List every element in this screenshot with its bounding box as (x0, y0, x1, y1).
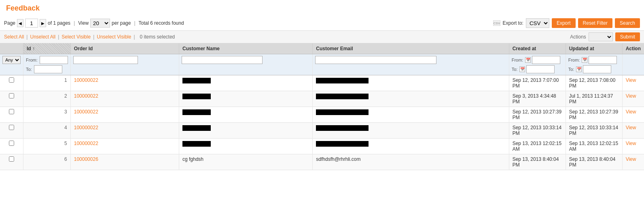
order-id-link[interactable]: 100000022 (74, 109, 98, 115)
order-id-link[interactable]: 100000022 (74, 93, 98, 99)
export-format-select[interactable]: CSV XML (526, 18, 549, 28)
view-link[interactable]: View (626, 77, 636, 83)
row-updated-at: Sep 12, 2013 10:27:39 PM (566, 107, 622, 123)
filter-customer-name[interactable] (182, 56, 263, 64)
row-created-at: Sep 13, 2013 8:40:04 PM (509, 154, 566, 170)
row-checkbox[interactable] (9, 93, 14, 98)
filter-any-cell: Any Yes No (0, 54, 23, 75)
order-id-link[interactable]: 100000022 (74, 77, 98, 83)
row-customer-name (179, 75, 313, 91)
page-label: Page (4, 20, 15, 26)
page-prev-btn[interactable]: ◀ (17, 19, 23, 27)
customer-email-column-header: Customer Email (313, 43, 509, 54)
export-icon: CSV (493, 20, 500, 26)
filter-order-id[interactable] (73, 56, 138, 64)
row-customer-email (313, 75, 509, 91)
filter-created-to[interactable] (526, 65, 555, 73)
updated-to-calendar-icon[interactable]: 📅 (576, 66, 582, 72)
filter-row: Any Yes No From: To: (0, 54, 644, 75)
filter-order-id-cell (70, 54, 179, 75)
search-button[interactable]: Search (615, 18, 640, 28)
row-customer-email (313, 123, 509, 139)
unselect-visible-link[interactable]: Unselect Visible (97, 34, 131, 40)
order-id-link[interactable]: 100000022 (74, 141, 98, 146)
view-link[interactable]: View (626, 125, 636, 130)
table-header-row: Id ↑ Order Id Customer Name Customer Ema… (0, 43, 644, 54)
row-customer-name (179, 139, 313, 154)
updated-from-calendar-icon[interactable]: 📅 (582, 57, 587, 63)
page-input[interactable] (25, 19, 38, 28)
row-id: 6 (23, 154, 71, 170)
row-order-id: 100000022 (70, 139, 179, 154)
actions-select[interactable] (589, 32, 613, 41)
selection-bar: Select All | Unselect All | Select Visib… (0, 31, 644, 43)
id-column-header[interactable]: Id ↑ (23, 43, 71, 54)
row-action: View (622, 123, 644, 139)
filter-created-from[interactable] (532, 56, 560, 64)
row-id: 5 (23, 139, 71, 154)
separator1: | (74, 20, 75, 26)
filter-id-to[interactable] (34, 65, 62, 73)
row-customer-email: sdfhdsfh@rhrhli.com (313, 154, 509, 170)
row-checkbox[interactable] (9, 77, 14, 83)
sort-icon: ↑ (32, 46, 35, 51)
filter-any-select[interactable]: Any Yes No (2, 56, 21, 64)
created-at-column-header: Created at (509, 43, 566, 54)
submit-button[interactable]: Submit (615, 32, 640, 41)
redacted-email (316, 141, 369, 147)
view-link[interactable]: View (626, 93, 636, 99)
filter-action-cell (622, 54, 644, 75)
row-checkbox[interactable] (9, 125, 14, 130)
order-id-link[interactable]: 100000022 (74, 125, 98, 130)
filter-customer-email[interactable] (315, 56, 436, 64)
created-to-calendar-icon[interactable]: 📅 (519, 66, 525, 72)
action-column-header: Action (622, 43, 644, 54)
select-all-link[interactable]: Select All (4, 34, 24, 40)
row-id: 3 (23, 107, 71, 123)
unselect-all-link[interactable]: Unselect All (30, 34, 55, 40)
filter-updated-from[interactable] (589, 56, 617, 64)
row-id: 1 (23, 75, 71, 91)
row-customer-name (179, 123, 313, 139)
created-from-calendar-icon[interactable]: 📅 (525, 57, 531, 63)
page-navigation: Page ◀ ▶ of 1 pages | View 20 50 100 per… (4, 19, 184, 28)
filter-id-from[interactable] (40, 56, 68, 64)
view-link[interactable]: View (626, 156, 636, 162)
actions-area: Actions Submit (570, 32, 640, 41)
redacted-name (182, 94, 211, 99)
row-checkbox-cell (0, 139, 23, 154)
table-row: 1100000022Sep 12, 2013 7:07:00 PMSep 12,… (0, 75, 644, 91)
row-customer-email (313, 91, 509, 107)
table-row: 3100000022Sep 12, 2013 10:27:39 PMSep 12… (0, 107, 644, 123)
per-page-select[interactable]: 20 50 100 (90, 19, 110, 28)
row-action: View (622, 107, 644, 123)
filter-updated-to[interactable] (583, 65, 611, 73)
row-id: 4 (23, 123, 71, 139)
reset-filter-button[interactable]: Reset Filter (578, 18, 612, 28)
row-checkbox[interactable] (9, 156, 14, 162)
updated-at-column-header: Updated at (566, 43, 622, 54)
view-link[interactable]: View (626, 109, 636, 115)
row-order-id: 100000022 (70, 123, 179, 139)
row-created-at: Sep 12, 2013 7:07:00 PM (509, 75, 566, 91)
row-customer-email (313, 107, 509, 123)
per-page-label: per page (112, 20, 131, 26)
filter-created-cell: From: 📅 To: 📅 (509, 54, 566, 75)
table-row: 4100000022Sep 12, 2013 10:33:14 PMSep 12… (0, 123, 644, 139)
filter-customer-email-cell (313, 54, 509, 75)
view-link[interactable]: View (626, 141, 636, 146)
row-checkbox[interactable] (9, 141, 14, 146)
order-id-column-header: Order Id (70, 43, 179, 54)
toolbar: Page ◀ ▶ of 1 pages | View 20 50 100 per… (0, 16, 644, 31)
export-button[interactable]: Export (552, 18, 576, 28)
filter-updated-cell: From: 📅 To: 📅 (566, 54, 622, 75)
row-order-id: 100000022 (70, 91, 179, 107)
select-visible-link[interactable]: Select Visible (61, 34, 91, 40)
row-action: View (622, 75, 644, 91)
check-all-header (0, 43, 23, 54)
order-id-link[interactable]: 100000026 (74, 156, 98, 162)
redacted-email (316, 94, 369, 99)
row-created-at: Sep 3, 2013 4:34:48 PM (509, 91, 566, 107)
row-checkbox[interactable] (9, 109, 14, 114)
page-next-btn[interactable]: ▶ (40, 19, 46, 27)
